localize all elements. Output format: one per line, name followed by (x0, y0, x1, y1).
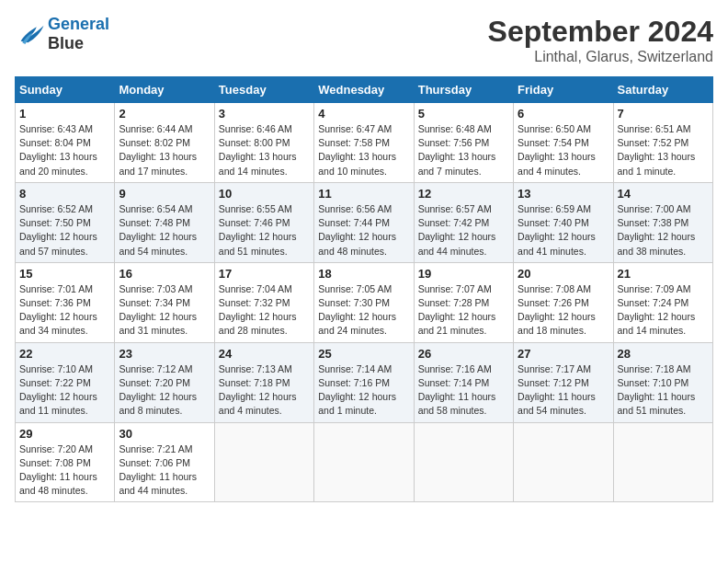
day-number: 2 (119, 107, 210, 121)
day-number: 21 (618, 267, 709, 281)
day-number: 11 (318, 187, 409, 201)
day-number: 28 (618, 347, 709, 361)
day-number: 7 (618, 107, 709, 121)
weekday-header: Saturday (613, 77, 712, 103)
calendar-cell: 3Sunrise: 6:46 AM Sunset: 8:00 PM Daylig… (214, 103, 313, 183)
calendar-cell: 7Sunrise: 6:51 AM Sunset: 7:52 PM Daylig… (613, 103, 712, 183)
day-info: Sunrise: 7:17 AM Sunset: 7:12 PM Dayligh… (518, 362, 609, 419)
day-info: Sunrise: 7:08 AM Sunset: 7:26 PM Dayligh… (518, 282, 609, 339)
weekday-header: Sunday (16, 77, 115, 103)
day-number: 19 (418, 267, 509, 281)
day-number: 23 (119, 347, 210, 361)
calendar-cell: 22Sunrise: 7:10 AM Sunset: 7:22 PM Dayli… (16, 342, 115, 422)
calendar-header-row: SundayMondayTuesdayWednesdayThursdayFrid… (16, 77, 713, 103)
day-number: 1 (19, 107, 110, 121)
calendar-cell: 28Sunrise: 7:18 AM Sunset: 7:10 PM Dayli… (613, 342, 712, 422)
day-number: 26 (418, 347, 509, 361)
calendar-cell: 6Sunrise: 6:50 AM Sunset: 7:54 PM Daylig… (514, 103, 613, 183)
day-number: 18 (318, 267, 409, 281)
day-info: Sunrise: 7:18 AM Sunset: 7:10 PM Dayligh… (618, 362, 709, 419)
calendar-cell: 17Sunrise: 7:04 AM Sunset: 7:32 PM Dayli… (214, 262, 313, 342)
day-info: Sunrise: 7:16 AM Sunset: 7:14 PM Dayligh… (418, 362, 509, 419)
day-number: 8 (19, 187, 110, 201)
calendar-cell: 14Sunrise: 7:00 AM Sunset: 7:38 PM Dayli… (613, 182, 712, 262)
calendar-table: SundayMondayTuesdayWednesdayThursdayFrid… (15, 76, 713, 502)
calendar-cell: 27Sunrise: 7:17 AM Sunset: 7:12 PM Dayli… (514, 342, 613, 422)
calendar-cell (414, 422, 513, 502)
location: Linthal, Glarus, Switzerland (488, 49, 713, 65)
calendar-week-row: 8Sunrise: 6:52 AM Sunset: 7:50 PM Daylig… (16, 182, 713, 262)
day-info: Sunrise: 7:09 AM Sunset: 7:24 PM Dayligh… (618, 282, 709, 339)
day-info: Sunrise: 7:01 AM Sunset: 7:36 PM Dayligh… (19, 282, 110, 339)
calendar-week-row: 1Sunrise: 6:43 AM Sunset: 8:04 PM Daylig… (16, 103, 713, 183)
calendar-cell: 21Sunrise: 7:09 AM Sunset: 7:24 PM Dayli… (613, 262, 712, 342)
day-info: Sunrise: 7:04 AM Sunset: 7:32 PM Dayligh… (219, 282, 310, 339)
day-number: 30 (119, 427, 210, 441)
day-info: Sunrise: 7:13 AM Sunset: 7:18 PM Dayligh… (219, 362, 310, 419)
day-number: 12 (418, 187, 509, 201)
month-title: September 2024 (488, 15, 713, 49)
day-number: 4 (318, 107, 409, 121)
calendar-cell: 29Sunrise: 7:20 AM Sunset: 7:08 PM Dayli… (16, 422, 115, 502)
calendar-cell: 1Sunrise: 6:43 AM Sunset: 8:04 PM Daylig… (16, 103, 115, 183)
weekday-header: Tuesday (214, 77, 313, 103)
calendar-cell: 10Sunrise: 6:55 AM Sunset: 7:46 PM Dayli… (214, 182, 313, 262)
calendar-cell: 30Sunrise: 7:21 AM Sunset: 7:06 PM Dayli… (115, 422, 214, 502)
calendar-cell (613, 422, 712, 502)
day-number: 22 (19, 347, 110, 361)
day-info: Sunrise: 7:14 AM Sunset: 7:16 PM Dayligh… (318, 362, 409, 419)
calendar-cell: 23Sunrise: 7:12 AM Sunset: 7:20 PM Dayli… (115, 342, 214, 422)
calendar-cell: 15Sunrise: 7:01 AM Sunset: 7:36 PM Dayli… (16, 262, 115, 342)
calendar-week-row: 29Sunrise: 7:20 AM Sunset: 7:08 PM Dayli… (16, 422, 713, 502)
weekday-header: Monday (115, 77, 214, 103)
calendar-cell: 4Sunrise: 6:47 AM Sunset: 7:58 PM Daylig… (314, 103, 414, 183)
calendar-cell: 20Sunrise: 7:08 AM Sunset: 7:26 PM Dayli… (514, 262, 613, 342)
calendar-cell: 13Sunrise: 6:59 AM Sunset: 7:40 PM Dayli… (514, 182, 613, 262)
day-info: Sunrise: 6:54 AM Sunset: 7:48 PM Dayligh… (119, 202, 210, 259)
calendar-cell: 25Sunrise: 7:14 AM Sunset: 7:16 PM Dayli… (314, 342, 414, 422)
calendar-cell: 19Sunrise: 7:07 AM Sunset: 7:28 PM Dayli… (414, 262, 513, 342)
day-number: 5 (418, 107, 509, 121)
day-info: Sunrise: 6:55 AM Sunset: 7:46 PM Dayligh… (219, 202, 310, 259)
calendar-cell (514, 422, 613, 502)
day-info: Sunrise: 6:48 AM Sunset: 7:56 PM Dayligh… (418, 122, 509, 178)
day-info: Sunrise: 7:12 AM Sunset: 7:20 PM Dayligh… (119, 362, 210, 419)
day-number: 9 (119, 187, 210, 201)
day-info: Sunrise: 6:47 AM Sunset: 7:58 PM Dayligh… (318, 122, 409, 178)
day-number: 20 (518, 267, 609, 281)
calendar-cell: 9Sunrise: 6:54 AM Sunset: 7:48 PM Daylig… (115, 182, 214, 262)
page-header: General Blue September 2024 Linthal, Gla… (15, 15, 713, 65)
day-number: 10 (219, 187, 310, 201)
calendar-cell: 2Sunrise: 6:44 AM Sunset: 8:02 PM Daylig… (115, 103, 214, 183)
day-number: 25 (318, 347, 409, 361)
day-number: 29 (19, 427, 110, 441)
day-info: Sunrise: 6:57 AM Sunset: 7:42 PM Dayligh… (418, 202, 509, 259)
day-number: 15 (19, 267, 110, 281)
logo-text: General Blue (48, 15, 109, 53)
day-info: Sunrise: 7:21 AM Sunset: 7:06 PM Dayligh… (119, 442, 210, 499)
calendar-week-row: 22Sunrise: 7:10 AM Sunset: 7:22 PM Dayli… (16, 342, 713, 422)
calendar-week-row: 15Sunrise: 7:01 AM Sunset: 7:36 PM Dayli… (16, 262, 713, 342)
day-info: Sunrise: 6:59 AM Sunset: 7:40 PM Dayligh… (518, 202, 609, 259)
calendar-cell (314, 422, 414, 502)
calendar-cell: 12Sunrise: 6:57 AM Sunset: 7:42 PM Dayli… (414, 182, 513, 262)
calendar-cell: 8Sunrise: 6:52 AM Sunset: 7:50 PM Daylig… (16, 182, 115, 262)
logo: General Blue (15, 15, 109, 53)
day-info: Sunrise: 7:20 AM Sunset: 7:08 PM Dayligh… (19, 442, 110, 499)
day-number: 13 (518, 187, 609, 201)
day-number: 17 (219, 267, 310, 281)
day-info: Sunrise: 6:50 AM Sunset: 7:54 PM Dayligh… (518, 122, 609, 178)
day-info: Sunrise: 6:46 AM Sunset: 8:00 PM Dayligh… (219, 122, 310, 178)
calendar-cell: 18Sunrise: 7:05 AM Sunset: 7:30 PM Dayli… (314, 262, 414, 342)
day-info: Sunrise: 6:52 AM Sunset: 7:50 PM Dayligh… (19, 202, 110, 259)
day-info: Sunrise: 7:05 AM Sunset: 7:30 PM Dayligh… (318, 282, 409, 339)
day-number: 16 (119, 267, 210, 281)
day-info: Sunrise: 6:56 AM Sunset: 7:44 PM Dayligh… (318, 202, 409, 259)
day-number: 14 (618, 187, 709, 201)
day-info: Sunrise: 7:00 AM Sunset: 7:38 PM Dayligh… (618, 202, 709, 259)
calendar-cell: 26Sunrise: 7:16 AM Sunset: 7:14 PM Dayli… (414, 342, 513, 422)
calendar-cell: 16Sunrise: 7:03 AM Sunset: 7:34 PM Dayli… (115, 262, 214, 342)
day-info: Sunrise: 7:03 AM Sunset: 7:34 PM Dayligh… (119, 282, 210, 339)
day-number: 6 (518, 107, 609, 121)
weekday-header: Wednesday (314, 77, 414, 103)
